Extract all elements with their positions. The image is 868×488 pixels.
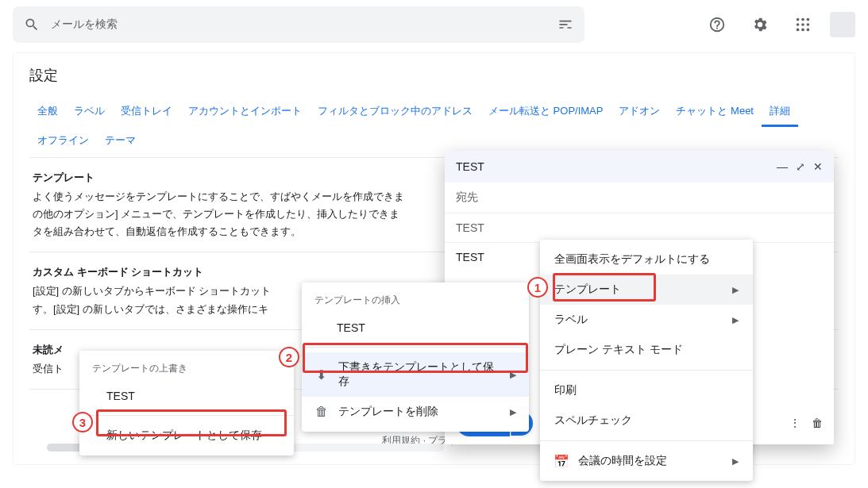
avatar[interactable]	[830, 12, 855, 37]
more-icon[interactable]: ⋮	[789, 417, 800, 429]
svg-point-7	[801, 29, 804, 32]
template-delete[interactable]: 🗑 テンプレートを削除 ▶	[302, 397, 529, 427]
tab-0[interactable]: 全般	[29, 98, 66, 127]
template-header: テンプレートの挿入	[302, 287, 529, 313]
discard-icon[interactable]: 🗑	[812, 417, 823, 429]
overwrite-header: テンプレートの上書き	[79, 355, 294, 382]
tab-10[interactable]: テーマ	[97, 127, 144, 154]
search-icon	[24, 17, 40, 33]
svg-point-8	[807, 29, 810, 32]
settings-tabs: 全般ラベル受信トレイアカウントとインポートフィルタとブロック中のアドレスメール転…	[29, 98, 839, 154]
overwrite-save-new[interactable]: 新しいテンプレートとして保存	[79, 421, 294, 451]
options-item-1[interactable]: テンプレート▶	[540, 275, 753, 305]
tab-2[interactable]: 受信トレイ	[113, 98, 180, 127]
tune-icon[interactable]	[557, 16, 573, 34]
tab-3[interactable]: アカウントとインポート	[180, 98, 310, 127]
tab-7[interactable]: チャットと Meet	[668, 98, 762, 127]
menu-divider	[79, 415, 294, 416]
svg-point-6	[797, 29, 800, 32]
overwrite-submenu: テンプレートの上書き TEST 新しいテンプレートとして保存	[79, 351, 294, 455]
template-submenu: テンプレートの挿入 TEST ⬇ 下書きをテンプレートとして保存 ▶ 🗑 テンプ…	[302, 282, 529, 432]
svg-point-2	[807, 18, 810, 21]
tab-4[interactable]: フィルタとブロック中のアドレス	[310, 98, 480, 127]
gear-icon[interactable]	[744, 9, 776, 40]
tab-9[interactable]: オフライン	[29, 127, 97, 154]
svg-point-5	[807, 23, 810, 26]
top-bar: メールを検索	[0, 0, 868, 49]
expand-icon[interactable]: ⤢	[796, 160, 805, 173]
chevron-right-icon: ▶	[732, 285, 739, 295]
save-icon: ⬇	[314, 367, 329, 382]
svg-point-4	[801, 23, 804, 26]
top-right-controls	[701, 9, 855, 40]
tab-6[interactable]: アドオン	[611, 98, 668, 127]
template-save-draft[interactable]: ⬇ 下書きをテンプレートとして保存 ▶	[302, 352, 529, 397]
compose-title: TEST	[456, 160, 484, 173]
menu-divider	[540, 370, 753, 371]
template-item-test[interactable]: TEST	[302, 313, 529, 342]
overwrite-item-test[interactable]: TEST	[79, 382, 294, 410]
close-icon[interactable]: ✕	[813, 160, 823, 173]
compose-subject[interactable]: TEST	[445, 213, 834, 243]
minimize-icon[interactable]: —	[777, 160, 788, 173]
apps-icon[interactable]	[787, 9, 819, 40]
calendar-icon: 📅	[554, 454, 569, 468]
menu-divider	[540, 440, 753, 441]
page-title: 設定	[29, 66, 839, 85]
tab-8[interactable]: 詳細	[762, 98, 798, 127]
tab-1[interactable]: ラベル	[66, 98, 113, 127]
options-item-5[interactable]: 印刷	[540, 375, 753, 405]
compose-header[interactable]: TEST — ⤢ ✕	[445, 151, 834, 183]
compose-to[interactable]: 宛先	[445, 183, 834, 213]
svg-point-1	[801, 18, 804, 21]
search-box[interactable]: メールを検索	[13, 6, 584, 43]
chevron-right-icon: ▶	[732, 456, 739, 467]
menu-divider	[302, 347, 529, 348]
trash-icon: 🗑	[314, 405, 329, 419]
options-item-3[interactable]: プレーン テキスト モード	[540, 335, 753, 365]
chevron-right-icon: ▶	[510, 407, 516, 417]
tab-5[interactable]: メール転送と POP/IMAP	[480, 98, 611, 127]
options-item-6[interactable]: スペルチェック	[540, 405, 753, 436]
options-item-8[interactable]: 📅会議の時間を設定▶	[540, 446, 753, 476]
chevron-right-icon: ▶	[732, 315, 739, 325]
svg-point-3	[797, 23, 800, 26]
search-placeholder: メールを検索	[51, 17, 118, 32]
chevron-right-icon: ▶	[510, 370, 516, 380]
svg-point-0	[797, 18, 800, 21]
help-icon[interactable]	[701, 9, 733, 40]
options-item-0[interactable]: 全画面表示をデフォルトにする	[540, 244, 753, 275]
options-item-2[interactable]: ラベル▶	[540, 305, 753, 335]
compose-options-menu: 全画面表示をデフォルトにするテンプレート▶ラベル▶プレーン テキスト モード印刷…	[540, 240, 753, 481]
